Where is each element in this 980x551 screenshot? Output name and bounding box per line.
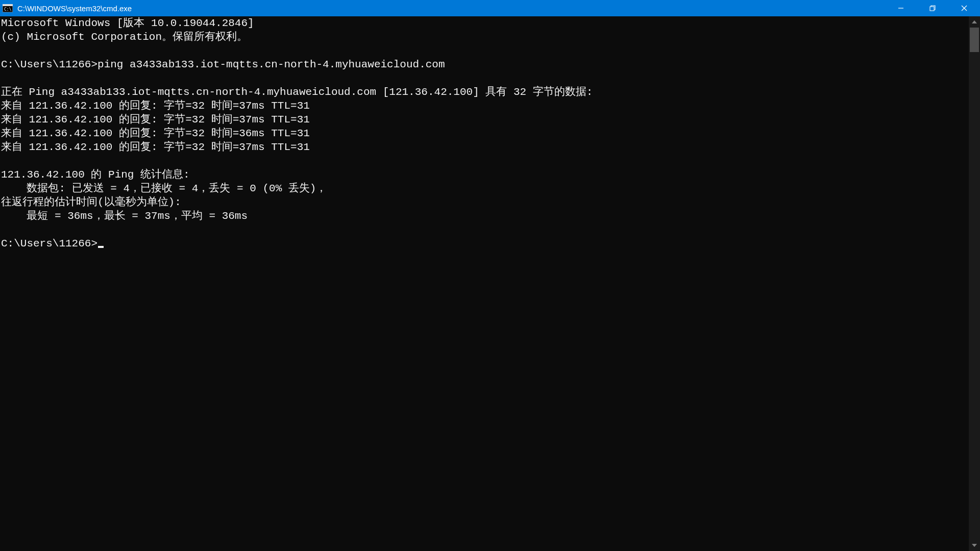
ping-reply-line: 来自 121.36.42.100 的回复: 字节=32 时间=37ms TTL=… bbox=[1, 141, 310, 153]
entered-command: ping a3433ab133.iot-mqtts.cn-north-4.myh… bbox=[97, 59, 445, 70]
ping-reply-line: 来自 121.36.42.100 的回复: 字节=32 时间=37ms TTL=… bbox=[1, 100, 310, 112]
close-button[interactable] bbox=[948, 0, 980, 16]
terminal-output[interactable]: Microsoft Windows [版本 10.0.19044.2846] (… bbox=[0, 16, 969, 551]
ping-reply-line: 来自 121.36.42.100 的回复: 字节=32 时间=36ms TTL=… bbox=[1, 128, 310, 139]
scroll-down-arrow-icon[interactable] bbox=[969, 540, 980, 551]
svg-rect-4 bbox=[930, 7, 934, 11]
ping-rtt-header: 往返行程的估计时间(以毫秒为单位): bbox=[1, 196, 181, 208]
svg-text:C:\: C:\ bbox=[4, 7, 12, 12]
scroll-up-arrow-icon[interactable] bbox=[969, 16, 980, 28]
svg-rect-1 bbox=[3, 4, 13, 6]
ping-reply-line: 来自 121.36.42.100 的回复: 字节=32 时间=37ms TTL=… bbox=[1, 114, 310, 126]
client-area: Microsoft Windows [版本 10.0.19044.2846] (… bbox=[0, 16, 980, 551]
prompt-path: C:\Users\11266> bbox=[1, 59, 97, 70]
minimize-button[interactable] bbox=[885, 0, 917, 16]
scrollbar-thumb[interactable] bbox=[970, 28, 979, 52]
text-cursor bbox=[98, 246, 104, 248]
os-version-line: Microsoft Windows [版本 10.0.19044.2846] bbox=[1, 17, 254, 29]
ping-stats-packets: 数据包: 已发送 = 4，已接收 = 4，丢失 = 0 (0% 丢失)， bbox=[1, 183, 327, 194]
scrollbar-track[interactable] bbox=[969, 28, 980, 540]
ping-rtt-values: 最短 = 36ms，最长 = 37ms，平均 = 36ms bbox=[1, 210, 248, 222]
ping-header-line: 正在 Ping a3433ab133.iot-mqtts.cn-north-4.… bbox=[1, 86, 593, 98]
copyright-line: (c) Microsoft Corporation。保留所有权利。 bbox=[1, 31, 248, 43]
window-controls bbox=[885, 0, 980, 16]
vertical-scrollbar[interactable] bbox=[969, 16, 980, 551]
ping-stats-header: 121.36.42.100 的 Ping 统计信息: bbox=[1, 169, 190, 181]
window-title: C:\WINDOWS\system32\cmd.exe bbox=[17, 4, 885, 13]
title-bar[interactable]: C:\ C:\WINDOWS\system32\cmd.exe bbox=[0, 0, 980, 16]
prompt-path: C:\Users\11266> bbox=[1, 238, 97, 249]
cmd-icon: C:\ bbox=[2, 4, 13, 13]
maximize-button[interactable] bbox=[917, 0, 948, 16]
